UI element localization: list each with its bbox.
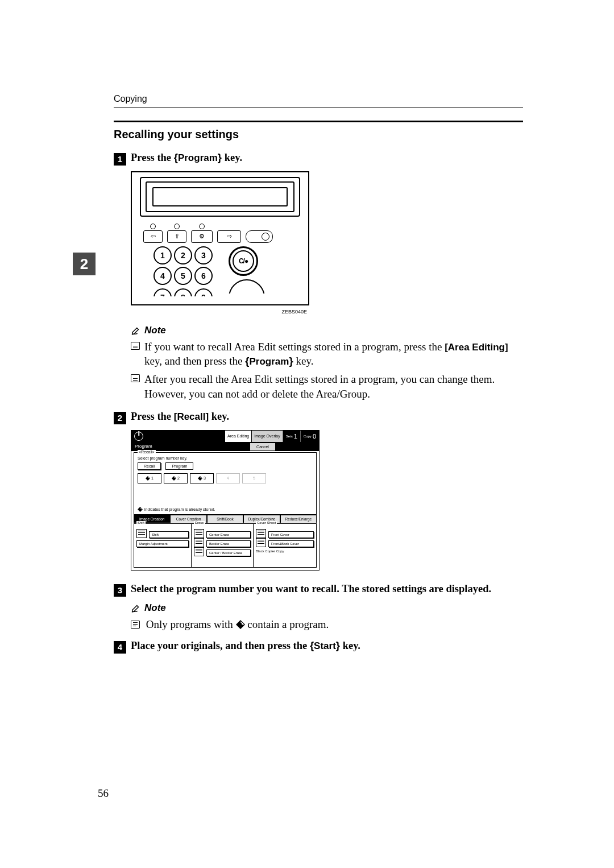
stored-diamond-icon xyxy=(138,507,143,512)
note-text: contain a program. xyxy=(247,618,329,630)
divider xyxy=(114,108,523,108)
panel-subtitle: Select program number key. xyxy=(134,453,316,462)
right-bracket: } xyxy=(218,151,222,163)
program-slot[interactable]: 1 xyxy=(138,473,161,483)
left-bracket: { xyxy=(245,355,249,367)
note-line: Only programs with contain a program. xyxy=(131,617,523,632)
keypad-key: 9 xyxy=(194,288,213,307)
stored-diamond-icon xyxy=(236,620,245,629)
right-bracket: } xyxy=(289,355,293,367)
stored-diamond-icon xyxy=(198,476,202,481)
keypad: 1 2 3 4 5 6 7 8 9 xyxy=(154,246,213,305)
center-border-erase-button[interactable]: Center / Border Erase xyxy=(206,549,251,556)
program-slot[interactable]: 5 xyxy=(242,473,266,483)
tab-shift-book[interactable]: Shift/Book xyxy=(207,515,243,523)
note-2-wrap: Note Only programs with contain a progra… xyxy=(131,602,523,632)
copier-glass-icon xyxy=(140,177,300,217)
erase-icon xyxy=(194,538,204,547)
panel-btn-icon: ⚙ xyxy=(191,230,213,243)
panel-oval-icon xyxy=(246,230,273,243)
panel-btn-icon: ⇨ xyxy=(217,230,241,243)
start-key-label: Start xyxy=(314,640,336,651)
panel-btn-icon: ⇧ xyxy=(167,230,186,243)
note-bullet-icon xyxy=(131,342,140,350)
center-erase-button[interactable]: Center Erase xyxy=(206,531,251,538)
program-button[interactable]: Program xyxy=(165,462,193,470)
step-1: 1 Press the {Program} key. xyxy=(114,151,523,164)
note-bullet-icon xyxy=(131,621,140,629)
figure-code: ZEBS040E xyxy=(131,309,309,315)
program-slot[interactable]: 4 xyxy=(216,473,240,483)
chapter-tab: 2 xyxy=(73,253,96,275)
keypad-key: 5 xyxy=(174,267,192,285)
section-title: Recalling your settings xyxy=(114,128,523,141)
keypad-key: 6 xyxy=(194,267,213,285)
erase-icon xyxy=(194,547,204,556)
shift-icon xyxy=(136,529,147,538)
copy-count: Copy0 xyxy=(300,431,319,442)
program-key-label: Program xyxy=(178,152,218,163)
shift-button[interactable]: Shift xyxy=(149,531,189,538)
keypad-key: 2 xyxy=(174,246,192,264)
group-label: Shift xyxy=(136,521,146,524)
border-erase-button[interactable]: Border Erase xyxy=(206,540,251,547)
section-rule xyxy=(114,121,523,122)
program-slots: 1 2 3 4 5 xyxy=(134,473,316,483)
group-cover-sheet: Cover Sheet Front Cover Front&Back Cover… xyxy=(254,524,316,567)
note-list: If you want to recall Area Edit settings… xyxy=(131,340,523,402)
step-2-pre: Press the xyxy=(131,411,174,422)
note-item: If you want to recall Area Edit settings… xyxy=(131,340,523,369)
program-key-label: Program xyxy=(250,356,289,367)
program-slot[interactable]: 2 xyxy=(164,473,188,483)
step-2-text: Press the [Recall] key. xyxy=(131,411,229,423)
step-4-post: key. xyxy=(340,640,360,651)
step-1-text: Press the {Program} key. xyxy=(131,151,242,164)
group-erase: Erase Center Erase Border Erase Center /… xyxy=(192,524,254,567)
step-number-icon: 1 xyxy=(114,153,126,166)
margin-adjustment-button[interactable]: Margin Adjustment xyxy=(136,540,189,547)
step-3: 3 Select the program number you want to … xyxy=(114,583,523,596)
note-text: Only programs with xyxy=(146,618,236,630)
step-1-pre: Press the xyxy=(131,152,174,163)
program-slot[interactable]: 3 xyxy=(190,473,214,483)
control-row: ⇦ ⇧ ⚙ ⇨ xyxy=(143,224,273,243)
cancel-button[interactable]: Cancel xyxy=(250,443,276,451)
note-heading: Note xyxy=(131,325,523,336)
keypad-key: 4 xyxy=(154,267,172,285)
recall-button[interactable]: Recall xyxy=(138,462,161,470)
ui-subbar: Program xyxy=(131,442,319,451)
page: 2 Copying Recalling your settings 1 Pres… xyxy=(0,0,614,868)
note-text: key, and then press the xyxy=(144,355,245,367)
front-back-cover-button[interactable]: Front&Back Cover xyxy=(268,540,314,547)
ui-tabs: Image Creation Cover Creation Shift/Book… xyxy=(134,515,317,523)
keypad-key: 8 xyxy=(174,288,192,307)
figure-1-wrap: ⇦ ⇧ ⚙ ⇨ 1 2 3 4 5 6 7 8 xyxy=(131,171,523,402)
note-label: Note xyxy=(144,602,166,614)
keypad-key: 1 xyxy=(154,246,172,264)
black-copier-label: Black Copier Copy xyxy=(256,549,314,553)
figure-2-wrap: Area Editing Image Overlay Sets1 Copy0 P… xyxy=(131,430,523,571)
area-editing-chip: Area Editing xyxy=(225,431,251,442)
note-text: If you want to recall Area Edit settings… xyxy=(144,341,445,353)
sets-count: Sets1 xyxy=(283,431,300,442)
note-bullet-icon xyxy=(131,374,140,382)
tab-reduce-enlarge[interactable]: Reduce/Enlarge xyxy=(280,515,317,523)
panel-title: <Recall> xyxy=(138,450,156,454)
keypad-key: 3 xyxy=(194,246,213,264)
step-number-icon: 3 xyxy=(114,584,126,597)
step-4-text: Place your originals, and then press the… xyxy=(131,639,360,652)
power-icon xyxy=(134,432,143,441)
page-number: 56 xyxy=(98,787,109,800)
clear-stop-button-icon: C/● xyxy=(229,246,258,276)
touch-panel-figure: Area Editing Image Overlay Sets1 Copy0 P… xyxy=(131,430,320,571)
step-2: 2 Press the [Recall] key. xyxy=(114,411,523,423)
running-head: Copying xyxy=(114,94,523,104)
step-1-post: key. xyxy=(222,152,242,163)
step-number-icon: 4 xyxy=(114,641,126,654)
step-number-icon: 2 xyxy=(114,412,126,424)
step-4-pre: Place your originals, and then press the xyxy=(131,640,310,651)
area-editing-key-label: [Area Editing] xyxy=(445,342,508,353)
front-cover-button[interactable]: Front Cover xyxy=(268,531,314,538)
copier-panel-figure: ⇦ ⇧ ⚙ ⇨ 1 2 3 4 5 6 7 8 xyxy=(131,171,309,305)
clear-stop-label: C/● xyxy=(233,250,254,272)
